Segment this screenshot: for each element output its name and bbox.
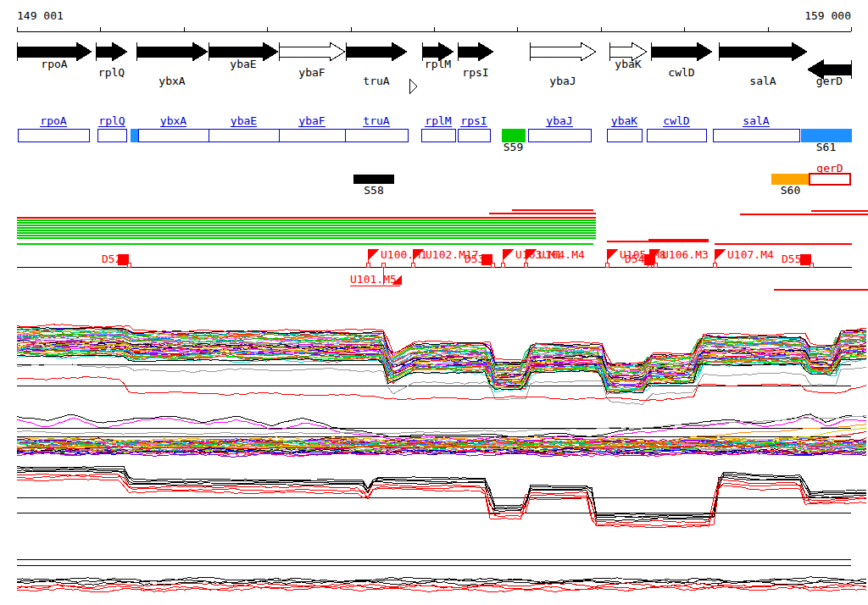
gene-box-label-rpsI[interactable]: rpsI: [460, 114, 487, 127]
marker-label-U104.M4[interactable]: U104.M4: [538, 248, 585, 261]
marker-flag-U105.M8[interactable]: [607, 249, 618, 260]
gene-box-track: rpoArplQybxAybaEybaFtruArplMrpsIS59ybaJy…: [18, 114, 851, 153]
gene-box-label-cwlD[interactable]: cwlD: [663, 114, 689, 127]
profile-line: [17, 479, 866, 528]
marker-label-D54[interactable]: D54: [625, 253, 645, 265]
gene-box-truA[interactable]: [345, 129, 408, 142]
feature-label-S58: S58: [364, 184, 383, 197]
profile-panel-1: [17, 325, 866, 405]
gene-box-label-rplM[interactable]: rplM: [425, 114, 451, 127]
gene-arrow-label-cwlD: cwlD: [668, 66, 694, 79]
gene-arrow-label-ybxA: ybxA: [159, 75, 185, 87]
gene-box-label-S61: S61: [816, 141, 836, 153]
marker-anchor-square: [491, 263, 494, 267]
marker-anchor-square: [381, 263, 385, 267]
profile-line: [17, 416, 866, 435]
gene-box-rpsI[interactable]: [458, 129, 490, 142]
gene-arrow-label-gerD: gerD: [816, 75, 843, 87]
feature-box-S59[interactable]: [502, 129, 525, 142]
marker-flag-U103.M1[interactable]: [503, 249, 514, 260]
marker-label-D53[interactable]: D53: [465, 253, 484, 265]
gene-arrow-label-truA: truA: [363, 75, 389, 87]
feature-box-S61[interactable]: [801, 129, 851, 142]
marker-anchor-square: [502, 263, 505, 267]
gene-box-label-truA[interactable]: truA: [363, 114, 389, 127]
marker-anchor-square: [654, 263, 657, 267]
gene-arrow-salA[interactable]: [719, 42, 807, 61]
feature-box-S58[interactable]: [353, 175, 394, 184]
gene-arrow-label-rpsI: rpsI: [462, 66, 488, 79]
marker-anchor-square: [714, 263, 717, 267]
ruler: [17, 27, 852, 32]
gene-box-rpoA[interactable]: [18, 129, 89, 142]
gene-box-rplM[interactable]: [421, 129, 455, 142]
marker-flag-U107.M4[interactable]: [715, 249, 726, 260]
gene-arrow-ybxA[interactable]: [136, 42, 208, 61]
gene-arrow-track: rpoArplQybxAybaEybaFtruArplMrpsIybaJybaK…: [17, 42, 852, 94]
gene-box-cwlD[interactable]: [647, 129, 706, 142]
marker-label-U101.M5[interactable]: U101.M5: [350, 273, 397, 286]
profile-line: [17, 469, 866, 518]
feature-track: S58S60gerD: [353, 162, 850, 197]
gene-box-ybaJ[interactable]: [528, 129, 591, 142]
feature-box-anon[interactable]: [131, 129, 138, 142]
marker-label-U106.M3[interactable]: U106.M3: [662, 248, 709, 261]
profile-panel-4: [17, 560, 866, 592]
profile-panel-3: [17, 466, 866, 528]
gene-arrow-label-rplM: rplM: [425, 58, 451, 70]
gene-box-ybxA[interactable]: [138, 129, 209, 142]
gene-box-label-ybaJ[interactable]: ybaJ: [546, 114, 572, 127]
marker-anchor-square: [367, 263, 370, 267]
feature-label-gerD: gerD: [816, 162, 843, 175]
marker-flag-U100.M1[interactable]: [368, 249, 379, 260]
gene-arrow-rplQ[interactable]: [96, 42, 127, 61]
gene-arrow-truA[interactable]: [346, 42, 407, 61]
marker-label-D55[interactable]: D55: [782, 253, 801, 265]
gene-arrow-label-rplQ: rplQ: [98, 66, 125, 79]
gene-box-ybaE[interactable]: [209, 129, 279, 142]
gene-box-label-ybaF[interactable]: ybaF: [298, 114, 325, 127]
gene-arrow-label-ybaK: ybaK: [615, 58, 641, 70]
feature-box-gerD[interactable]: [810, 174, 850, 185]
marker-anchor-square: [127, 263, 131, 267]
feature-label-S60: S60: [781, 184, 800, 197]
gene-arrow-label-ybaE: ybaE: [230, 58, 256, 70]
gene-box-label-salA[interactable]: salA: [743, 114, 769, 127]
gene-box-label-rpoA[interactable]: rpoA: [40, 114, 66, 127]
gene-box-label-ybaE[interactable]: ybaE: [231, 114, 257, 127]
gene-arrow-cwlD[interactable]: [651, 42, 712, 61]
gene-arrow-label-ybaF: ybaF: [298, 66, 325, 79]
gene-arrow-ybaF[interactable]: [279, 42, 345, 61]
marker-anchor-square: [810, 263, 813, 267]
gene-box-label-rplQ[interactable]: rplQ: [98, 114, 125, 127]
profile-line: [17, 377, 866, 401]
gene-box-label-ybxA[interactable]: ybxA: [160, 114, 186, 127]
gene-box-salA[interactable]: [713, 129, 799, 142]
gene-arrow-rpsI[interactable]: [458, 42, 493, 61]
gene-arrow-label-salA: salA: [749, 75, 776, 87]
profile-panel-2: [17, 414, 866, 457]
marker-anchor-square: [412, 263, 415, 267]
marker-anchor-square: [606, 263, 609, 267]
gene-arrow-small[interactable]: [409, 79, 417, 94]
browser-canvas: rpoArplQybxAybaEybaFtruArplMrpsIybaJybaK…: [0, 0, 868, 605]
marker-label-U107.M4[interactable]: U107.M4: [727, 248, 774, 261]
marker-anchor-square: [525, 263, 528, 267]
gene-arrow-label-ybaJ: ybaJ: [549, 75, 576, 87]
gene-box-label-S59: S59: [504, 141, 523, 153]
gene-arrow-label-rpoA: rpoA: [41, 58, 67, 70]
gene-box-rplQ[interactable]: [97, 129, 126, 142]
gene-box-ybaF[interactable]: [279, 129, 345, 142]
gene-box-label-ybaK[interactable]: ybaK: [611, 114, 637, 127]
gene-arrow-ybaJ[interactable]: [530, 42, 596, 61]
gene-box-ybaK[interactable]: [607, 129, 642, 142]
marker-track: U100.M1U102.M17U103.M1U104.M4U105.M8U106…: [17, 248, 852, 286]
genome-browser-view: 149 001 159 000 rpoArplQybxAybaEybaFtruA…: [0, 0, 868, 605]
